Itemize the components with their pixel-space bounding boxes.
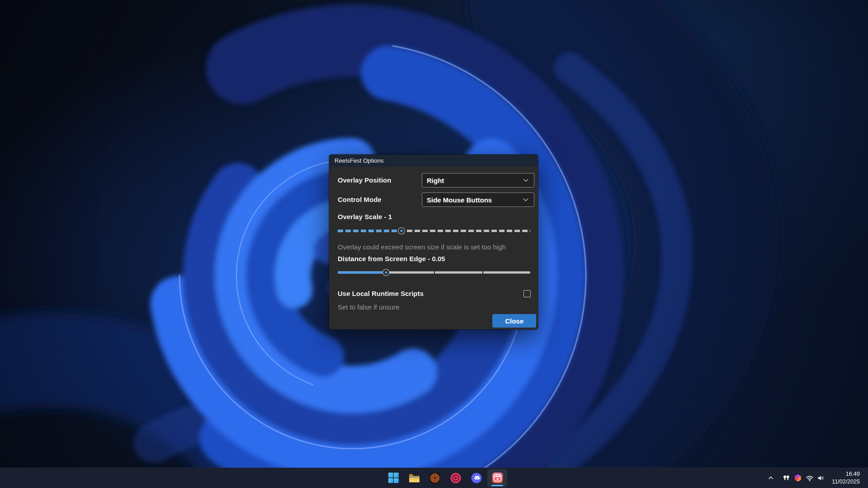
slider-tick [434,271,435,274]
rings-app-icon [429,472,441,484]
slider-thumb[interactable] [383,270,389,276]
slider-thumb[interactable] [398,228,404,234]
slider-tick [482,271,483,274]
hidden-icons-button[interactable] [765,471,777,485]
overlay-position-label: Overlay Position [338,177,391,184]
chevron-down-icon [523,198,528,202]
overlay-position-value: Right [427,177,523,184]
overlay-position-dropdown[interactable]: Right [422,173,534,188]
media-play-app-icon [450,472,462,484]
wifi-tray-button[interactable] [804,471,816,485]
control-mode-value: Side Mouse Buttons [427,196,523,204]
overlay-scale-label: Overlay Scale - 1 [338,213,392,221]
reelsfest-options-dialog: ReelsFest Options Overlay Position Right… [329,155,538,329]
overlay-scale-hint: Overlay could exceed screen size if scal… [338,244,506,251]
dialog-titlebar[interactable]: ReelsFest Options [329,155,538,167]
slider-fill [338,272,386,274]
chevron-up-icon [766,474,775,483]
chevron-down-icon [523,178,528,182]
taskbar-clock[interactable]: 16:49 11/02/2025 [832,470,860,485]
system-tray: 16:49 11/02/2025 [765,468,860,488]
earbuds-icon [781,473,791,483]
wifi-icon [805,473,815,483]
discord-button[interactable] [467,469,486,487]
media-play-app-button[interactable] [446,469,466,487]
taskbar-app-icons [383,468,507,488]
local-scripts-checkbox[interactable] [524,290,531,297]
slider-fill [338,230,401,232]
reelsfest-app-button[interactable] [487,469,507,487]
rings-app-button[interactable] [425,469,445,487]
local-scripts-label: Use Local Runtime Scripts [338,290,424,297]
control-mode-label: Control Mode [338,196,382,203]
file-explorer-button[interactable] [404,469,424,487]
control-mode-dropdown[interactable]: Side Mouse Buttons [422,192,534,207]
close-button[interactable]: Close [492,314,536,328]
earbuds-tray-button[interactable] [780,471,792,485]
taskbar: 16:49 11/02/2025 [0,468,868,488]
discord-icon [471,472,482,484]
overlay-scale-slider[interactable] [338,226,530,236]
reelsfest-icon [491,472,504,484]
volume-tray-button[interactable] [816,471,827,485]
screen-edge-slider[interactable] [338,267,530,277]
start-icon [388,472,399,483]
clock-date: 11/02/2025 [832,478,860,485]
screen-edge-label: Distance from Screen Edge - 0.05 [338,255,445,263]
start-button[interactable] [383,469,403,487]
volume-icon [816,473,826,483]
dialog-title: ReelsFest Options [335,157,384,164]
file-explorer-icon [408,472,420,484]
cube-app-tray-button[interactable] [792,471,804,485]
local-scripts-hint: Set to false if unsure [338,304,400,311]
clock-time: 16:49 [832,470,860,478]
cube-app-icon [793,473,803,483]
active-app-indicator [491,485,503,486]
